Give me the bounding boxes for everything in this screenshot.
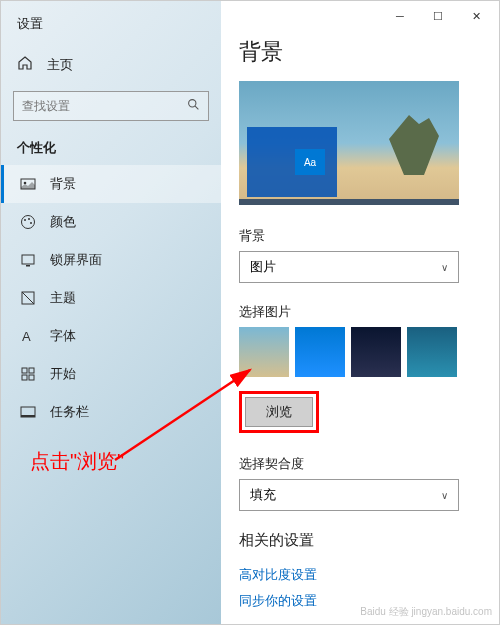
thumbnail-1[interactable] [239,327,289,377]
svg-point-6 [28,218,30,220]
font-icon: A [20,328,36,344]
thumbnail-2[interactable] [295,327,345,377]
theme-icon [20,290,36,306]
chevron-down-icon: ∨ [441,262,448,273]
svg-line-1 [195,106,198,109]
dropdown-value: 图片 [250,258,276,276]
picture-thumbnails [239,327,481,377]
sidebar-item-label: 锁屏界面 [50,251,102,269]
svg-rect-9 [26,265,30,267]
sidebar-item-label: 主题 [50,289,76,307]
svg-point-0 [189,100,196,107]
svg-rect-14 [22,375,27,380]
svg-rect-17 [21,415,35,417]
section-heading: 个性化 [1,135,221,165]
home-label: 主页 [47,56,73,74]
chevron-down-icon: ∨ [441,490,448,501]
close-button[interactable]: ✕ [457,5,495,27]
picture-icon [20,176,36,192]
sidebar-item-color[interactable]: 颜色 [1,203,221,241]
preview-tile: Aa [295,149,325,175]
search-field[interactable] [22,99,187,113]
taskbar-icon [20,404,36,420]
home-button[interactable]: 主页 [1,47,221,83]
svg-point-5 [24,219,26,221]
fit-dropdown[interactable]: 填充 ∨ [239,479,459,511]
dropdown-value: 填充 [250,486,276,504]
svg-rect-8 [22,255,34,264]
search-icon [187,97,200,115]
related-settings-title: 相关的设置 [239,531,481,550]
sidebar-item-label: 颜色 [50,213,76,231]
title-bar: ─ ☐ ✕ [381,5,495,27]
annotation-highlight: 浏览 [239,391,319,433]
start-icon [20,366,36,382]
svg-rect-13 [29,368,34,373]
search-input[interactable] [13,91,209,121]
svg-rect-15 [29,375,34,380]
sidebar-item-label: 字体 [50,327,76,345]
thumbnail-3[interactable] [351,327,401,377]
choose-picture-label: 选择图片 [239,303,481,321]
thumbnail-4[interactable] [407,327,457,377]
sidebar: 设置 主页 个性化 背景 颜色 锁屏界面 [1,1,221,624]
svg-point-4 [22,216,35,229]
svg-text:A: A [22,329,31,344]
sidebar-item-start[interactable]: 开始 [1,355,221,393]
sidebar-item-label: 开始 [50,365,76,383]
sidebar-item-lockscreen[interactable]: 锁屏界面 [1,241,221,279]
browse-button[interactable]: 浏览 [245,397,313,427]
background-type-label: 背景 [239,227,481,245]
watermark: Baidu 经验 jingyan.baidu.com [360,605,492,619]
sidebar-item-font[interactable]: A 字体 [1,317,221,355]
svg-point-3 [24,182,27,185]
window-title: 设置 [1,9,221,47]
fit-label: 选择契合度 [239,455,481,473]
sidebar-item-label: 背景 [50,175,76,193]
link-high-contrast[interactable]: 高对比度设置 [239,562,481,588]
svg-rect-12 [22,368,27,373]
sidebar-item-taskbar[interactable]: 任务栏 [1,393,221,431]
background-preview: Aa [239,81,459,205]
page-title: 背景 [239,37,481,67]
svg-point-7 [30,222,32,224]
sidebar-item-theme[interactable]: 主题 [1,279,221,317]
palette-icon [20,214,36,230]
maximize-button[interactable]: ☐ [419,5,457,27]
preview-taskbar [239,199,459,205]
sidebar-item-background[interactable]: 背景 [1,165,221,203]
main-content: ─ ☐ ✕ 背景 Aa 背景 图片 ∨ 选择图片 浏览 选择契 [221,1,499,624]
home-icon [17,55,33,75]
minimize-button[interactable]: ─ [381,5,419,27]
background-type-dropdown[interactable]: 图片 ∨ [239,251,459,283]
sidebar-item-label: 任务栏 [50,403,89,421]
lock-icon [20,252,36,268]
